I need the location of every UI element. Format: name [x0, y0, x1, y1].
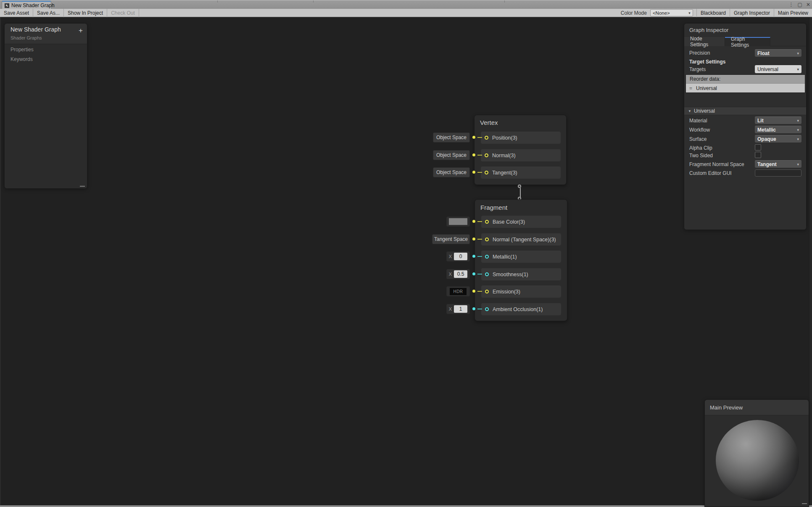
blackboard-subtitle: Shader Graphs	[11, 35, 42, 40]
custom-editor-gui-label: Custom Editor GUI	[689, 170, 732, 176]
connector-dot	[472, 153, 475, 156]
tabstrip-divider	[504, 0, 505, 3]
save-asset-button[interactable]: Save Asset	[0, 9, 33, 17]
kebab-menu-icon[interactable]: ⋮	[789, 2, 794, 8]
port-row-base-color[interactable]: Base Color(3)	[481, 216, 561, 228]
port-float-icon[interactable]	[485, 307, 489, 311]
chip-label: Object Space	[436, 135, 467, 140]
reorder-item-universal[interactable]: = Universal	[686, 83, 805, 92]
port-label: Metallic(1)	[493, 254, 517, 260]
graph-inspector-panel: Graph Inspector Node Settings Graph Sett…	[684, 23, 807, 230]
preview-resize-handle[interactable]	[802, 503, 807, 504]
graph-inspector-toggle-button[interactable]: Graph Inspector	[730, 9, 774, 17]
object-space-chip[interactable]: Object Space	[433, 167, 470, 177]
metallic-value-chip: X 0	[446, 251, 470, 261]
main-preview-title: Main Preview	[710, 404, 743, 411]
toolbar: Save Asset Save As... Show In Project Ch…	[0, 9, 812, 17]
material-dropdown[interactable]: Lit ▾	[755, 116, 801, 124]
chip-label: Object Space	[436, 152, 467, 158]
blackboard-toggle-button[interactable]: Blackboard	[697, 9, 730, 17]
port-row-tangent[interactable]: Tangent(3)	[481, 166, 561, 179]
hdr-color-swatch[interactable]: HDR	[450, 288, 467, 295]
port-vector3-icon[interactable]	[485, 171, 488, 174]
precision-value: Float	[757, 50, 770, 56]
port-vector3-icon[interactable]	[485, 238, 489, 241]
window-left-edge	[0, 17, 1, 505]
custom-editor-gui-field[interactable]	[755, 169, 801, 177]
blackboard-header[interactable]: New Shader Graph Shader Graphs +	[5, 24, 87, 44]
ambient-occlusion-value-chip: X 1	[446, 304, 470, 314]
tab-new-shader-graph[interactable]: New Shader Graph	[2, 1, 51, 9]
port-row-ambient-occlusion[interactable]: Ambient Occlusion(1)	[481, 303, 561, 315]
object-space-chip[interactable]: Object Space	[433, 150, 470, 160]
edge-endpoint-icon[interactable]	[518, 185, 521, 188]
universal-foldout-title: Universal	[694, 108, 715, 114]
ambient-occlusion-value-field[interactable]: 1	[454, 305, 467, 313]
port-row-metallic[interactable]: Metallic(1)	[481, 251, 561, 263]
connector-dot	[472, 220, 475, 223]
precision-label: Precision	[689, 50, 710, 56]
object-space-chip[interactable]: Object Space	[433, 132, 470, 143]
material-label: Material	[689, 118, 707, 124]
tab-title: New Shader Graph	[11, 3, 55, 8]
port-row-normal-tangent-space[interactable]: Normal (Tangent Space)(3)	[481, 233, 561, 246]
shader-graph-asset-icon	[5, 3, 9, 8]
alpha-clip-checkbox[interactable]	[755, 144, 761, 151]
connector-stub	[477, 239, 482, 240]
base-color-swatch-chip[interactable]	[446, 217, 470, 227]
drag-handle-icon[interactable]: =	[689, 85, 692, 91]
port-row-emission[interactable]: Emission(3)	[481, 285, 561, 298]
port-float-icon[interactable]	[485, 255, 489, 259]
precision-dropdown[interactable]: Float ▾	[755, 49, 801, 57]
port-float-icon[interactable]	[485, 272, 489, 276]
port-vector3-icon[interactable]	[485, 290, 489, 293]
tangent-space-chip[interactable]: Tangent Space	[432, 234, 470, 244]
vertex-node[interactable]: Vertex Position(3) Normal(3) Tangent(3)	[474, 115, 567, 185]
port-row-smoothness[interactable]: Smoothness(1)	[481, 268, 561, 280]
blackboard-resize-handle[interactable]	[80, 186, 85, 187]
color-mode-value: <None>	[653, 11, 670, 16]
workflow-dropdown[interactable]: Metallic ▾	[755, 126, 801, 133]
color-mode-dropdown[interactable]: <None> ▾	[650, 9, 693, 16]
port-vector3-icon[interactable]	[485, 153, 488, 157]
tab-node-settings[interactable]: Node Settings	[684, 37, 725, 46]
smoothness-value-field[interactable]: 0.5	[454, 270, 467, 278]
tabstrip-divider	[217, 0, 218, 3]
chevron-down-icon: ▾	[797, 67, 799, 71]
fragment-normal-space-dropdown[interactable]: Tangent ▾	[755, 160, 801, 168]
port-vector3-icon[interactable]	[485, 220, 489, 224]
tab-graph-settings[interactable]: Graph Settings	[725, 37, 770, 46]
inspector-tabs: Node Settings Graph Settings	[684, 37, 806, 46]
color-swatch[interactable]	[449, 218, 467, 225]
shader-preview-sphere[interactable]	[716, 420, 799, 501]
two-sided-checkbox[interactable]	[755, 152, 761, 158]
targets-dropdown[interactable]: Universal ▾	[755, 65, 801, 73]
main-preview-toggle-button[interactable]: Main Preview	[774, 9, 812, 17]
surface-value: Opaque	[757, 136, 776, 142]
targets-value: Universal	[757, 66, 778, 72]
blackboard-section-properties[interactable]: Properties	[11, 47, 34, 53]
add-property-icon[interactable]: +	[79, 27, 83, 34]
connector-stub	[477, 221, 482, 222]
smoothness-value-chip: X 0.5	[446, 269, 470, 279]
fragment-node[interactable]: Fragment Base Color(3) Normal (Tangent S…	[475, 199, 567, 321]
connector-stub	[477, 291, 482, 292]
emission-hdr-chip[interactable]: HDR	[446, 286, 470, 296]
fragment-node-title: Fragment	[480, 204, 507, 211]
main-preview-header[interactable]: Main Preview	[705, 400, 809, 415]
toolbar-separator	[139, 9, 139, 17]
surface-dropdown[interactable]: Opaque ▾	[755, 135, 801, 143]
maximize-icon[interactable]: ▢	[798, 2, 802, 8]
blackboard-section-keywords[interactable]: Keywords	[11, 56, 33, 62]
save-as-button[interactable]: Save As...	[33, 9, 63, 17]
vertex-node-title: Vertex	[480, 119, 498, 126]
blackboard-panel: New Shader Graph Shader Graphs + Propert…	[4, 23, 87, 189]
universal-foldout[interactable]: ▼ Universal	[684, 107, 806, 115]
metallic-value-field[interactable]: 0	[454, 253, 467, 260]
port-vector3-icon[interactable]	[485, 136, 488, 140]
show-in-project-button[interactable]: Show In Project	[64, 9, 107, 17]
reorder-data-list: Reorder data: = Universal	[685, 74, 805, 93]
close-icon[interactable]: ✕	[806, 2, 810, 8]
port-row-normal[interactable]: Normal(3)	[481, 149, 561, 161]
port-row-position[interactable]: Position(3)	[481, 132, 561, 144]
